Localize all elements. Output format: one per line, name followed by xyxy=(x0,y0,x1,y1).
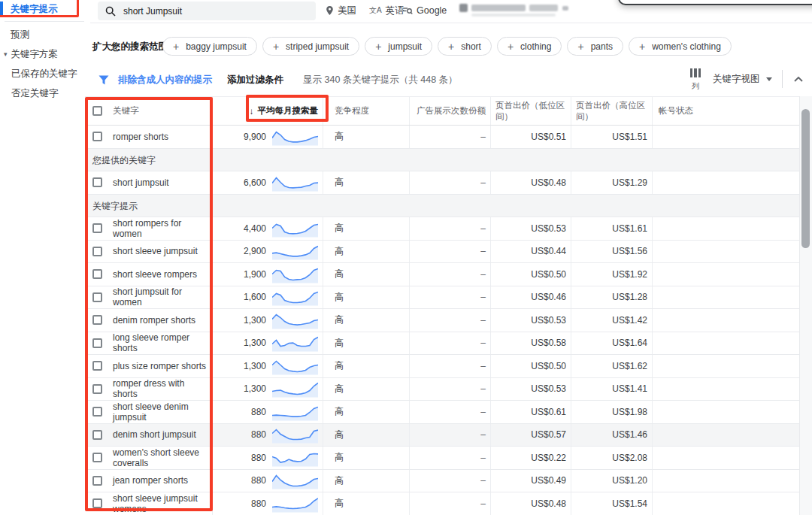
impression-share-value: – xyxy=(480,407,486,417)
broaden-chip[interactable]: +clothing xyxy=(497,37,562,56)
header-keyword[interactable]: 关键字 xyxy=(85,97,213,125)
keyword-row[interactable]: jean romper shorts880高–US$0.49US$1.20 xyxy=(85,470,799,493)
impression-share-value: – xyxy=(480,246,486,256)
bid-low-cell: US$0.53 xyxy=(491,309,571,332)
view-dropdown[interactable]: 关键字视图 xyxy=(713,68,772,90)
columns-button[interactable]: 列 xyxy=(683,67,708,92)
date-range-selector[interactable] xyxy=(459,3,572,18)
account-status-cell xyxy=(653,171,799,194)
ad-impression-share-cell: – xyxy=(410,126,491,148)
keyword-row[interactable]: short sleeve jumpsuit2,900高–US$0.44US$1.… xyxy=(85,241,799,264)
select-all-checkbox[interactable] xyxy=(92,106,102,116)
keyword-search-box[interactable] xyxy=(98,2,316,20)
competition-cell: 高 xyxy=(323,263,410,286)
keyword-row[interactable]: denim short jumpsuit880高–US$0.57US$1.46 xyxy=(85,424,799,447)
broaden-chip[interactable]: +baggy jumpsuit xyxy=(162,37,257,56)
row-checkbox[interactable] xyxy=(92,407,102,417)
row-checkbox[interactable] xyxy=(92,247,102,256)
location-selector[interactable]: 美国 xyxy=(326,0,356,21)
keyword-row[interactable]: romper dress with shorts1,300高–US$0.53US… xyxy=(85,378,799,401)
bid-high-cell: US$1.41 xyxy=(571,378,653,401)
header-top-of-page-bid-low[interactable]: 页首出价（低位区间） xyxy=(491,97,571,125)
chip-label: striped jumpsuit xyxy=(286,41,349,52)
plus-icon: + xyxy=(448,41,454,53)
exclude-adult-content-link[interactable]: 排除含成人内容的提示 xyxy=(118,74,212,86)
header-competition[interactable]: 竞争程度 xyxy=(323,97,410,125)
row-checkbox[interactable] xyxy=(92,476,102,486)
chip-label: baggy jumpsuit xyxy=(186,41,247,52)
trend-sparkline xyxy=(272,311,318,329)
keyword-row[interactable]: short sleeve rompers1,900高–US$0.50US$1.9… xyxy=(85,263,799,286)
keyword-row[interactable]: long sleeve romper shorts1,300高–US$0.58U… xyxy=(85,332,799,356)
search-input[interactable] xyxy=(123,6,289,17)
avg-monthly-searches-cell: 1,600 xyxy=(213,286,323,309)
header-account-status[interactable]: 帐号状态 xyxy=(653,97,799,125)
account-status-cell xyxy=(653,492,799,515)
sidebar-item-forecast[interactable]: 预测 xyxy=(0,25,90,44)
search-volume-value: 1,300 xyxy=(244,315,266,326)
table-header-row: 关键字 ↓ 平均每月搜索量 竞争程度 广告展示次数份额 页首出价（低位区间） 页… xyxy=(85,96,799,126)
trend-sparkline xyxy=(272,426,318,444)
keyword-row[interactable]: short jumpsuit6,600高–US$0.48US$1.29 xyxy=(85,171,799,195)
row-checkbox[interactable] xyxy=(92,292,102,302)
row-checkbox[interactable] xyxy=(92,384,102,394)
row-checkbox[interactable] xyxy=(92,269,102,279)
keyword-row[interactable]: plus size romper shorts1,300高–US$0.50US$… xyxy=(85,355,799,378)
competition-cell: 高 xyxy=(323,401,410,423)
language-selector[interactable]: 文A 英语 xyxy=(369,0,404,21)
row-checkbox[interactable] xyxy=(92,453,102,462)
sidebar-item-saved-keywords[interactable]: 已保存的关键字 xyxy=(0,64,90,83)
bid-low-value: US$0.48 xyxy=(531,177,566,188)
row-checkbox[interactable] xyxy=(92,498,102,508)
keyword-row[interactable]: denim romper shorts1,300高–US$0.53US$1.42 xyxy=(85,309,799,332)
keyword-row[interactable]: women's short sleeve coveralls880高–US$0.… xyxy=(85,447,799,470)
sidebar-item-keyword-plan[interactable]: ▾ 关键字方案 xyxy=(0,44,90,64)
account-status-cell xyxy=(653,447,799,469)
competition-cell: 高 xyxy=(323,171,410,194)
scrollbar-thumb[interactable] xyxy=(801,109,810,248)
add-filter-button[interactable]: 添加过滤条件 xyxy=(227,74,283,86)
keyword-row[interactable]: short sleeve jumpsuit womens880高–US$0.48… xyxy=(85,492,799,515)
columns-label: 列 xyxy=(683,81,708,92)
account-status-cell xyxy=(653,241,799,263)
bid-low-value: US$0.46 xyxy=(531,292,566,302)
avg-monthly-searches-cell: 9,900 xyxy=(213,126,323,148)
row-checkbox[interactable] xyxy=(92,177,102,187)
keyword-cell: romper dress with shorts xyxy=(85,378,213,401)
keyword-row[interactable]: short jumpsuit for women1,600高–US$0.46US… xyxy=(85,286,799,310)
broaden-chip[interactable]: +women's clothing xyxy=(629,37,732,56)
broaden-chip[interactable]: +striped jumpsuit xyxy=(262,37,359,56)
row-checkbox[interactable] xyxy=(92,223,102,233)
row-checkbox[interactable] xyxy=(92,361,102,371)
location-pin-icon xyxy=(326,5,334,16)
header-ad-impression-share[interactable]: 广告展示次数份额 xyxy=(410,97,491,125)
network-selector[interactable]: Google xyxy=(402,0,447,21)
row-checkbox[interactable] xyxy=(92,338,102,348)
search-volume-value: 1,300 xyxy=(244,361,266,371)
sidebar-item-negative-keywords[interactable]: 否定关键字 xyxy=(0,83,90,103)
sidebar-item-label: 已保存的关键字 xyxy=(11,68,77,80)
keyword-row[interactable]: short rompers for women4,400高–US$0.53US$… xyxy=(85,217,799,241)
sidebar-item-keyword-ideas[interactable]: 关键字提示 xyxy=(0,0,90,18)
bid-high-cell: US$1.28 xyxy=(571,286,653,309)
broaden-chip[interactable]: +pants xyxy=(567,37,623,56)
header-avg-monthly-searches[interactable]: ↓ 平均每月搜索量 xyxy=(213,97,323,125)
filter-toolbar: 排除含成人内容的提示 添加过滤条件 显示 340 条关键字提示（共 448 条） xyxy=(98,68,458,92)
broaden-chip[interactable]: +jumpsuit xyxy=(365,37,432,56)
search-volume-value: 880 xyxy=(251,498,266,509)
keyword-row[interactable]: romper shorts9,900高–US$0.51US$1.51 xyxy=(85,126,799,149)
row-checkbox[interactable] xyxy=(92,430,102,440)
trend-sparkline xyxy=(272,242,318,260)
broaden-chip[interactable]: +short xyxy=(438,37,492,56)
search-icon xyxy=(105,6,116,17)
collapse-panel-button[interactable] xyxy=(790,71,807,87)
keyword-cell: denim romper shorts xyxy=(85,309,213,332)
bid-high-value: US$1.64 xyxy=(612,338,647,348)
bid-low-value: US$0.44 xyxy=(531,246,566,256)
keyword-row[interactable]: short sleeve denim jumpsuit880高–US$0.61U… xyxy=(85,401,799,424)
location-label: 美国 xyxy=(338,5,356,17)
header-top-of-page-bid-high[interactable]: 页首出价（高位区间） xyxy=(571,97,653,125)
row-checkbox[interactable] xyxy=(92,315,102,325)
bid-low-value: US$0.61 xyxy=(531,407,566,417)
row-checkbox[interactable] xyxy=(92,132,102,141)
